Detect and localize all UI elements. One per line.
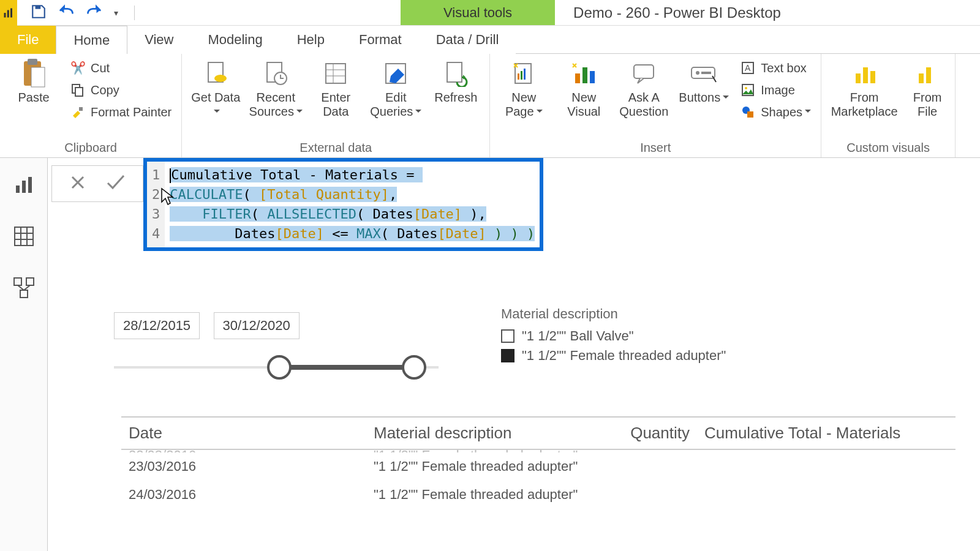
slicer-start-date[interactable]: 28/12/2015 (114, 312, 200, 339)
formula-controls (51, 165, 143, 202)
slicer-slider[interactable] (114, 355, 439, 380)
edit-queries-button[interactable]: Edit Queries (368, 56, 423, 119)
svg-rect-45 (15, 227, 33, 246)
svg-rect-44 (28, 177, 32, 193)
svg-rect-42 (16, 186, 20, 193)
slicer-end-date[interactable]: 30/12/2020 (214, 312, 300, 339)
formula-commit-icon[interactable] (105, 173, 126, 194)
table-row: 24/03/2016"1 1/2"" Female threaded adupt… (121, 481, 956, 509)
cut-button[interactable]: ✂️Cut (66, 59, 175, 77)
from-marketplace-button[interactable]: From Marketplace (827, 56, 901, 119)
group-clipboard: Paste ✂️Cut Copy Format Painter Clipboar… (0, 54, 182, 157)
svg-rect-1 (7, 10, 9, 18)
buttons-button[interactable]: Buttons (676, 56, 731, 105)
slicer-item[interactable]: "1 1/2"" Ball Valve" (501, 328, 726, 344)
enter-data-button[interactable]: Enter Data (308, 56, 363, 119)
svg-rect-37 (856, 73, 861, 83)
copy-icon (70, 82, 86, 98)
svg-rect-19 (447, 62, 462, 82)
group-custom-visuals: From Marketplace From File Custom visual… (821, 54, 956, 157)
ribbon: Paste ✂️Cut Copy Format Painter Clipboar… (0, 54, 980, 158)
save-icon[interactable] (31, 4, 47, 22)
textbox-icon: A (740, 60, 756, 76)
svg-rect-2 (10, 9, 12, 18)
svg-text:A: A (745, 63, 751, 73)
ask-question-button[interactable]: Ask A Question (616, 56, 671, 119)
quick-access-toolbar: ▾ (17, 0, 143, 25)
svg-rect-23 (524, 69, 526, 80)
svg-rect-21 (518, 73, 519, 80)
svg-point-29 (696, 71, 699, 75)
contextual-tab-label: Visual tools (401, 0, 555, 25)
svg-rect-24 (575, 73, 580, 83)
tab-file[interactable]: File (0, 26, 56, 54)
group-external-data: Get Data Recent Sources Enter Data Edit … (182, 54, 490, 157)
svg-point-11 (214, 75, 227, 82)
tab-home[interactable]: Home (56, 26, 127, 54)
svg-rect-51 (26, 278, 34, 285)
formula-bar: 1234 Cumulative Total - Materials = CALC… (48, 158, 980, 251)
line-gutter: 1234 (147, 162, 165, 247)
textbox-button[interactable]: AText box (736, 59, 815, 77)
ribbon-tabs: File Home View Modeling Help Format Data… (0, 26, 980, 54)
data-table[interactable]: Date Material description Quantity Cumul… (121, 416, 956, 509)
tab-modeling[interactable]: Modeling (190, 26, 279, 54)
report-canvas: 28/12/2015 30/12/2020 Material descripti… (48, 263, 980, 551)
refresh-button[interactable]: Refresh (428, 56, 483, 105)
model-view-icon[interactable] (12, 276, 36, 300)
slicer-item[interactable]: "1 1/2"" Female threaded adupter" (501, 348, 726, 364)
image-icon (740, 82, 756, 98)
get-data-button[interactable]: Get Data (188, 56, 243, 119)
svg-rect-41 (926, 67, 931, 83)
copy-button[interactable]: Copy (66, 81, 175, 99)
table-row: 22/03/2016"1 1/2"" Female threaded adupt… (121, 441, 956, 452)
svg-rect-30 (701, 72, 711, 74)
svg-rect-25 (582, 67, 587, 83)
svg-rect-39 (870, 71, 875, 83)
view-rail (0, 158, 48, 551)
svg-rect-0 (4, 13, 6, 18)
svg-rect-9 (79, 107, 83, 111)
new-page-button[interactable]: New Page (496, 56, 551, 119)
from-file-button[interactable]: From File (906, 56, 949, 119)
tab-datadrill[interactable]: Data / Drill (419, 26, 516, 54)
format-painter-button[interactable]: Format Painter (66, 103, 175, 121)
material-slicer[interactable]: Material description "1 1/2"" Ball Valve… (501, 306, 726, 367)
redo-icon[interactable] (86, 3, 103, 23)
svg-rect-14 (326, 64, 345, 83)
window-title: Demo - 260 - Power BI Desktop (555, 0, 980, 25)
svg-rect-40 (919, 73, 924, 83)
formula-editor[interactable]: 1234 Cumulative Total - Materials = CALC… (147, 162, 540, 247)
checkbox-icon (501, 329, 514, 343)
svg-rect-43 (22, 181, 26, 193)
date-slicer[interactable]: 28/12/2015 30/12/2020 (114, 312, 439, 380)
paste-button[interactable]: Paste (6, 56, 61, 105)
undo-icon[interactable] (58, 3, 75, 23)
svg-rect-27 (634, 65, 654, 78)
recent-sources-button[interactable]: Recent Sources (248, 56, 303, 119)
tab-help[interactable]: Help (280, 26, 342, 54)
svg-line-53 (18, 285, 24, 290)
data-view-icon[interactable] (12, 224, 36, 249)
svg-rect-52 (20, 290, 28, 298)
svg-rect-36 (747, 111, 753, 118)
shapes-icon (740, 104, 756, 120)
svg-rect-5 (28, 59, 37, 65)
svg-rect-8 (75, 88, 83, 96)
shapes-button[interactable]: Shapes (736, 103, 815, 121)
svg-rect-6 (31, 67, 45, 87)
tab-format[interactable]: Format (342, 26, 419, 54)
report-view-icon[interactable] (12, 173, 36, 197)
scissors-icon: ✂️ (70, 60, 86, 76)
svg-rect-22 (521, 71, 522, 80)
paintbrush-icon (70, 104, 86, 120)
qat-dropdown-icon[interactable]: ▾ (114, 8, 118, 18)
tab-view[interactable]: View (127, 26, 190, 54)
new-visual-button[interactable]: New Visual (556, 56, 611, 119)
formula-cancel-icon[interactable] (69, 173, 87, 194)
svg-point-34 (745, 87, 747, 89)
slider-handle-end[interactable] (402, 355, 426, 380)
svg-rect-3 (36, 6, 41, 9)
slider-handle-start[interactable] (267, 355, 292, 380)
image-button[interactable]: Image (736, 81, 815, 99)
